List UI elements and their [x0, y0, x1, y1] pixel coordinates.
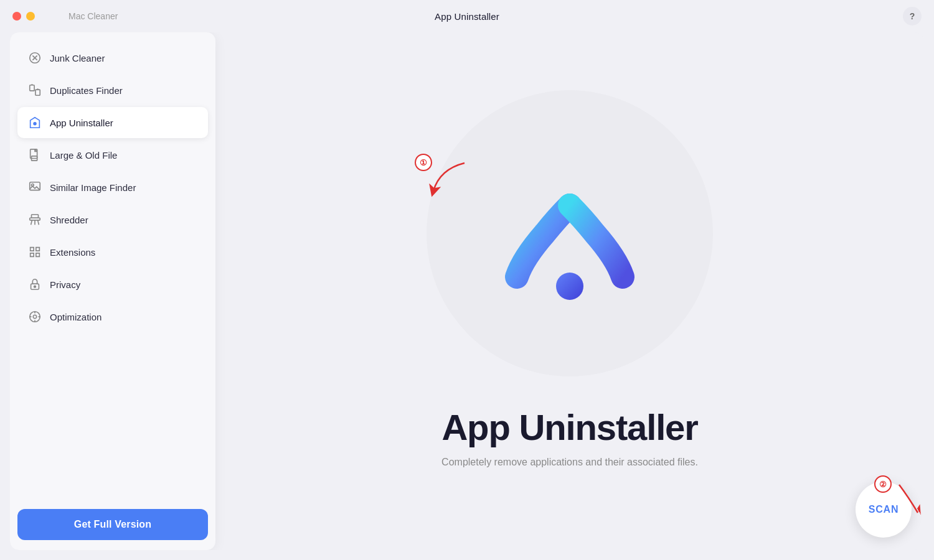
titlebar: Mac Cleaner App Uninstaller ?: [0, 0, 934, 32]
sidebar-item-app-uninstaller[interactable]: App Uninstaller: [17, 107, 208, 138]
similar-image-finder-icon: [27, 180, 42, 195]
scan-button-container: SCAN: [856, 482, 912, 538]
window-title: App Uninstaller: [435, 11, 499, 22]
extensions-icon: [27, 245, 42, 259]
sidebar-item-duplicates-finder-label: Duplicates Finder: [50, 85, 123, 96]
privacy-icon: [27, 277, 42, 292]
sidebar-item-large-old-file-label: Large & Old File: [50, 150, 117, 161]
duplicates-finder-icon: [27, 83, 42, 98]
traffic-lights: [12, 12, 35, 21]
junk-cleaner-icon: [27, 50, 42, 65]
minimize-button[interactable]: [26, 12, 35, 21]
optimization-icon: [27, 309, 42, 324]
sidebar-item-optimization[interactable]: Optimization: [17, 301, 208, 332]
sidebar-item-similar-image-finder[interactable]: Similar Image Finder: [17, 172, 208, 203]
hero-subtitle: Completely remove applications and their…: [441, 457, 698, 468]
sidebar: Junk Cleaner Duplicates Finder: [10, 32, 215, 550]
hero-icon-circle: [427, 90, 713, 376]
sidebar-nav: Junk Cleaner Duplicates Finder: [17, 42, 208, 499]
large-old-file-icon: [27, 147, 42, 162]
annotation-1: ①: [415, 154, 432, 171]
sidebar-item-privacy[interactable]: Privacy: [17, 269, 208, 300]
sidebar-item-app-uninstaller-label: App Uninstaller: [50, 118, 113, 128]
app-uninstaller-icon: [27, 115, 42, 130]
svg-rect-1: [30, 85, 34, 91]
sidebar-item-privacy-label: Privacy: [50, 279, 80, 290]
svg-rect-9: [32, 215, 39, 218]
svg-point-13: [33, 315, 37, 319]
sidebar-item-extensions[interactable]: Extensions: [17, 236, 208, 268]
sidebar-item-junk-cleaner-label: Junk Cleaner: [50, 53, 105, 63]
sidebar-item-shredder-label: Shredder: [50, 215, 88, 225]
svg-point-3: [33, 122, 37, 126]
sidebar-item-similar-image-finder-label: Similar Image Finder: [50, 182, 136, 193]
sidebar-item-extensions-label: Extensions: [50, 247, 95, 258]
hero-title: App Uninstaller: [441, 406, 697, 448]
close-button[interactable]: [12, 12, 21, 21]
app-name: Mac Cleaner: [68, 11, 118, 21]
sidebar-item-shredder[interactable]: Shredder: [17, 204, 208, 235]
sidebar-item-junk-cleaner[interactable]: Junk Cleaner: [17, 42, 208, 73]
annotation-badge-1: ①: [415, 154, 432, 171]
get-full-version-button[interactable]: Get Full Version: [17, 509, 208, 540]
sidebar-footer: Get Full Version: [17, 499, 208, 540]
svg-point-11: [34, 286, 36, 287]
scan-button[interactable]: SCAN: [856, 482, 912, 538]
content-area: ①: [215, 32, 924, 550]
sidebar-item-large-old-file[interactable]: Large & Old File: [17, 139, 208, 170]
main-container: Junk Cleaner Duplicates Finder: [10, 32, 924, 550]
svg-point-18: [556, 273, 583, 300]
sidebar-item-optimization-label: Optimization: [50, 312, 101, 322]
shredder-icon: [27, 212, 42, 227]
svg-rect-2: [35, 90, 40, 95]
help-button[interactable]: ?: [903, 7, 922, 26]
app-uninstaller-hero-icon: [483, 146, 657, 320]
sidebar-item-duplicates-finder[interactable]: Duplicates Finder: [17, 75, 208, 106]
